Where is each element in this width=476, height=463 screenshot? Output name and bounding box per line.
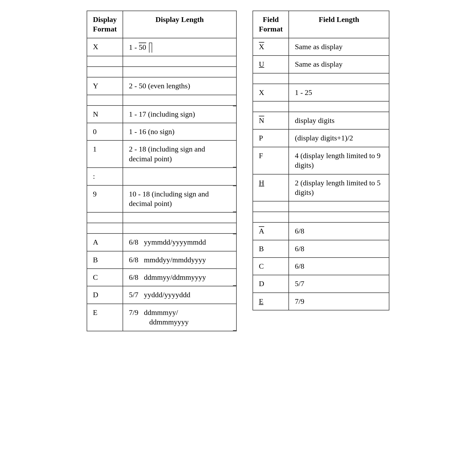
field-format-fa: A — [253, 222, 289, 240]
display-format-cell-y: Y — [87, 77, 123, 95]
display-format-cell: X — [87, 38, 123, 56]
field-format-u: U — [253, 56, 289, 73]
display-table: Display Format Display Length X 1 - 50 ​ — [87, 11, 237, 331]
field-row-x1: X Same as display — [253, 38, 389, 56]
display-format-cell-n: N — [87, 106, 123, 123]
table-row: X 1 - 50 ​ — [87, 38, 236, 56]
field-length-empty3 — [289, 201, 389, 212]
table-row-empty — [87, 56, 236, 67]
field-length-fa: 6/8 — [289, 222, 389, 240]
field-length-header: Field Length — [289, 11, 389, 38]
field-row-empty3 — [253, 201, 389, 212]
display-format-cell-b: B — [87, 251, 123, 269]
field-format-fc: C — [253, 258, 289, 275]
field-row-u: U Same as display — [253, 56, 389, 73]
display-format-cell-c: C — [87, 269, 123, 286]
field-length-p: (display digits+1)/2 — [289, 129, 389, 147]
display-length-cell-n: 1 - 17 (including sign) — [123, 106, 236, 123]
field-format-f: F — [253, 147, 289, 174]
display-format-cell-9: 9 — [87, 185, 123, 213]
field-length-x1: Same as display — [289, 38, 389, 56]
field-length-u: Same as display — [289, 56, 389, 73]
field-format-s1 — [253, 212, 289, 222]
field-format-empty2 — [253, 101, 289, 112]
field-length-empty1 — [289, 73, 389, 84]
field-format-fe: E — [253, 293, 289, 310]
table-row-e: E 7/9 ddmmmyy/ ddmmmyyyy — [87, 304, 236, 331]
display-length-cell-colon — [123, 168, 236, 185]
display-format-cell-empty — [87, 56, 123, 67]
display-length-header: Display Length — [123, 11, 236, 38]
field-row-fa: A 6/8 — [253, 222, 389, 240]
table-row-n: N 1 - 17 (including sign) — [87, 106, 236, 123]
field-length-fb: 6/8 — [289, 240, 389, 258]
field-format-fn: N — [253, 112, 289, 129]
field-format-x1: X — [253, 38, 289, 56]
table-row-c: C 6/8 ddmmyy/ddmmyyyy — [87, 269, 236, 286]
display-format-cell-0: 0 — [87, 123, 123, 140]
field-format-h: H — [253, 174, 289, 201]
field-format-empty3 — [253, 201, 289, 212]
field-row-fd: D 5/7 — [253, 275, 389, 292]
table-row-d: D 5/7 yyddd/yyyyddd — [87, 286, 236, 304]
field-row-fe: E 7/9 — [253, 293, 389, 310]
display-format-cell-d: D — [87, 286, 123, 304]
display-format-cell-s2 — [87, 95, 123, 106]
field-length-x2: 1 - 25 — [289, 84, 389, 101]
field-length-fd: 5/7 — [289, 275, 389, 292]
display-length-cell-spacer — [123, 67, 236, 77]
display-format-cell-a: A — [87, 233, 123, 251]
display-length-cell-e: 7/9 ddmmmyy/ ddmmmyyyy — [123, 304, 236, 331]
field-row-fn: N display digits — [253, 112, 389, 129]
field-row-empty2 — [253, 101, 389, 112]
display-length-cell-d: 5/7 yyddd/yyyyddd — [123, 286, 236, 304]
display-length-cell-y: 2 - 50 (even lengths) — [123, 77, 236, 95]
table-row-y: Y 2 - 50 (even lengths) — [87, 77, 236, 95]
table-row-0: 0 1 - 16 (no sign) — [87, 123, 236, 140]
field-length-f: 4 (display length limited to 9 digits) — [289, 147, 389, 174]
field-format-empty1 — [253, 73, 289, 84]
field-row-h: H 2 (display length limited to 5 digits) — [253, 174, 389, 201]
display-length-cell-empty — [123, 56, 236, 67]
display-format-cell-1: 1 — [87, 140, 123, 168]
field-format-fd: D — [253, 275, 289, 292]
field-format-fb: B — [253, 240, 289, 258]
display-format-cell-e: E — [87, 304, 123, 331]
field-length-s1 — [289, 212, 389, 222]
display-length-cell-s3 — [123, 212, 236, 223]
field-format-p: P — [253, 129, 289, 147]
display-length-cell-s4 — [123, 223, 236, 233]
table-row-spacer3 — [87, 212, 236, 223]
display-length-cell-9: 10 - 18 (including sign and decimal poin… — [123, 185, 236, 213]
display-format-cell-spacer — [87, 67, 123, 77]
field-row-p: P (display digits+1)/2 — [253, 129, 389, 147]
table-row-a: A 6/8 yymmdd/yyyymmdd — [87, 233, 236, 251]
field-format-x2: X — [253, 84, 289, 101]
field-row-f: F 4 (display length limited to 9 digits) — [253, 147, 389, 174]
field-length-fe: 7/9 — [289, 293, 389, 310]
field-length-h: 2 (display length limited to 5 digits) — [289, 174, 389, 201]
field-length-fn: display digits — [289, 112, 389, 129]
display-format-cell-s4 — [87, 223, 123, 233]
display-length-cell-c: 6/8 ddmmyy/ddmmyyyy — [123, 269, 236, 286]
table-row-spacer2 — [87, 95, 236, 106]
table-row-b: B 6/8 mmddyy/mmddyyyy — [87, 251, 236, 269]
field-row-spacer1 — [253, 212, 389, 222]
display-length-cell-0: 1 - 16 (no sign) — [123, 123, 236, 140]
display-length-cell-b: 6/8 mmddyy/mmddyyyy — [123, 251, 236, 269]
field-length-fc: 6/8 — [289, 258, 389, 275]
field-row-fc: C 6/8 — [253, 258, 389, 275]
field-row-x2: X 1 - 25 — [253, 84, 389, 101]
display-format-cell-colon: : — [87, 168, 123, 185]
display-format-cell-s3 — [87, 212, 123, 223]
field-table: Field Format Field Length X Same as disp… — [253, 11, 389, 310]
field-format-header: Field Format — [253, 11, 289, 38]
display-length-cell-a: 6/8 yymmdd/yyyymmdd — [123, 233, 236, 251]
display-length-cell: 1 - 50 ​ — [123, 38, 236, 56]
table-row-colon: : — [87, 168, 236, 185]
table-row-spacer — [87, 67, 236, 77]
table-row-1: 1 2 - 18 (including sign and decimal poi… — [87, 140, 236, 168]
display-length-cell-s2 — [123, 95, 236, 106]
table-row-9: 9 10 - 18 (including sign and decimal po… — [87, 185, 236, 213]
display-length-cell-1: 2 - 18 (including sign and decimal point… — [123, 140, 236, 168]
